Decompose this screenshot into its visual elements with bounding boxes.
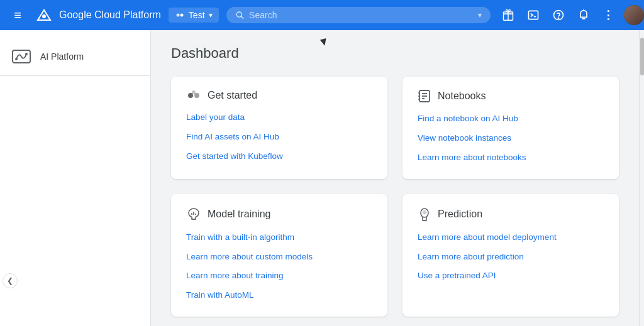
find-ai-assets-link[interactable]: Find AI assets on AI Hub — [186, 131, 372, 143]
search-icon — [235, 10, 245, 20]
terminal-icon — [527, 9, 540, 21]
gcp-logo-icon — [35, 8, 53, 23]
project-selector[interactable]: Test ▾ — [169, 8, 219, 23]
notebooks-links: Find a notebook on AI Hub View notebook … — [418, 113, 604, 164]
train-builtin-link[interactable]: Train with a built-in algorithm — [186, 232, 372, 244]
model-deployment-link[interactable]: Learn more about model deployment — [418, 232, 604, 244]
search-dropdown-arrow: ▾ — [478, 11, 482, 19]
notebooks-icon — [418, 89, 431, 103]
card-header: Get started — [186, 89, 372, 102]
topnav-left: ≡ Google Cloud Platform Test ▾ — [8, 5, 219, 25]
prediction-icon — [418, 207, 431, 222]
card-header: Model training — [186, 207, 372, 222]
gift-button[interactable] — [498, 5, 518, 25]
main-layout: AI Platform ❮ Dashboard Get star — [0, 30, 644, 326]
svg-point-11 — [558, 18, 558, 18]
find-notebook-link[interactable]: Find a notebook on AI Hub — [418, 113, 604, 125]
get-started-kubeflow-link[interactable]: Get started with Kubeflow — [186, 151, 372, 163]
more-button[interactable]: ⋮ — [599, 5, 619, 25]
scrollbar-thumb[interactable] — [640, 38, 644, 75]
svg-point-19 — [192, 90, 196, 94]
sidebar-collapse-button[interactable]: ❮ — [3, 273, 18, 288]
get-started-links: Label your data Find AI assets on AI Hub… — [186, 112, 372, 163]
notebooks-title: Notebooks — [438, 90, 486, 102]
learn-prediction-link[interactable]: Learn more about prediction — [418, 251, 604, 263]
learn-training-link[interactable]: Learn more about training — [186, 270, 372, 282]
hamburger-icon: ≡ — [14, 8, 21, 23]
prediction-card: Prediction Learn more about model deploy… — [402, 194, 619, 317]
prediction-title: Prediction — [438, 209, 482, 220]
sidebar-title: AI Platform — [40, 52, 84, 62]
train-automl-link[interactable]: Train with AutoML — [186, 290, 372, 302]
svg-point-15 — [15, 58, 18, 60]
collapse-icon: ❮ — [7, 276, 13, 285]
svg-line-4 — [241, 16, 243, 18]
ai-platform-logo-icon — [10, 45, 33, 68]
prediction-links: Learn more about model deployment Learn … — [418, 232, 604, 283]
more-icon: ⋮ — [602, 8, 614, 22]
svg-point-16 — [25, 53, 28, 55]
avatar-image — [624, 5, 644, 25]
sidebar: AI Platform ❮ — [0, 30, 151, 326]
svg-point-1 — [176, 14, 179, 17]
get-started-card: Get started Label your data Find AI asse… — [171, 77, 387, 179]
get-started-icon — [186, 89, 201, 102]
svg-point-2 — [180, 14, 183, 17]
topnav-right: ⋮ — [498, 5, 644, 25]
gift-icon — [502, 9, 514, 21]
app-title: Google Cloud Platform — [59, 9, 161, 21]
topnav-center: ▾ — [226, 7, 491, 23]
card-header: Notebooks — [418, 89, 604, 103]
terminal-button[interactable] — [523, 5, 543, 25]
notebooks-card: Notebooks Find a notebook on AI Hub View… — [402, 77, 619, 179]
main-content: Dashboard Get started Label your data — [151, 30, 639, 326]
pretrained-api-link[interactable]: Use a pretrained API — [418, 270, 604, 282]
search-bar[interactable]: ▾ — [226, 7, 491, 23]
notifications-button[interactable] — [574, 5, 594, 25]
hamburger-menu-button[interactable]: ≡ — [8, 5, 28, 25]
svg-point-30 — [423, 210, 426, 214]
search-input[interactable] — [249, 10, 472, 20]
top-navigation: ≡ Google Cloud Platform Test ▾ ▾ — [0, 0, 644, 30]
avatar[interactable] — [624, 5, 644, 25]
model-training-card: Model training Train with a built-in alg… — [171, 194, 387, 317]
sidebar-brand: AI Platform — [0, 38, 150, 76]
svg-point-18 — [194, 93, 199, 98]
project-icon — [175, 10, 185, 20]
help-icon — [552, 9, 565, 21]
view-notebook-instances-link[interactable]: View notebook instances — [418, 133, 604, 144]
model-training-title: Model training — [208, 209, 271, 220]
label-data-link[interactable]: Label your data — [186, 112, 372, 124]
custom-models-link[interactable]: Learn more about custom models — [186, 251, 372, 263]
model-training-icon — [186, 207, 201, 222]
get-started-title: Get started — [208, 90, 257, 101]
scrollbar-track[interactable] — [639, 30, 644, 326]
svg-point-0 — [42, 14, 46, 18]
app-brand: Google Cloud Platform — [35, 8, 161, 23]
page-title: Dashboard — [171, 45, 619, 62]
model-training-links: Train with a built-in algorithm Learn mo… — [186, 232, 372, 302]
card-header: Prediction — [418, 207, 604, 222]
learn-more-notebooks-link[interactable]: Learn more about notebooks — [418, 152, 604, 164]
project-dropdown-icon: ▾ — [209, 11, 213, 19]
help-button[interactable] — [548, 5, 569, 25]
project-name: Test — [189, 10, 205, 20]
bell-icon — [577, 9, 590, 21]
svg-point-17 — [188, 93, 193, 98]
dashboard-cards-grid: Get started Label your data Find AI asse… — [171, 77, 619, 317]
